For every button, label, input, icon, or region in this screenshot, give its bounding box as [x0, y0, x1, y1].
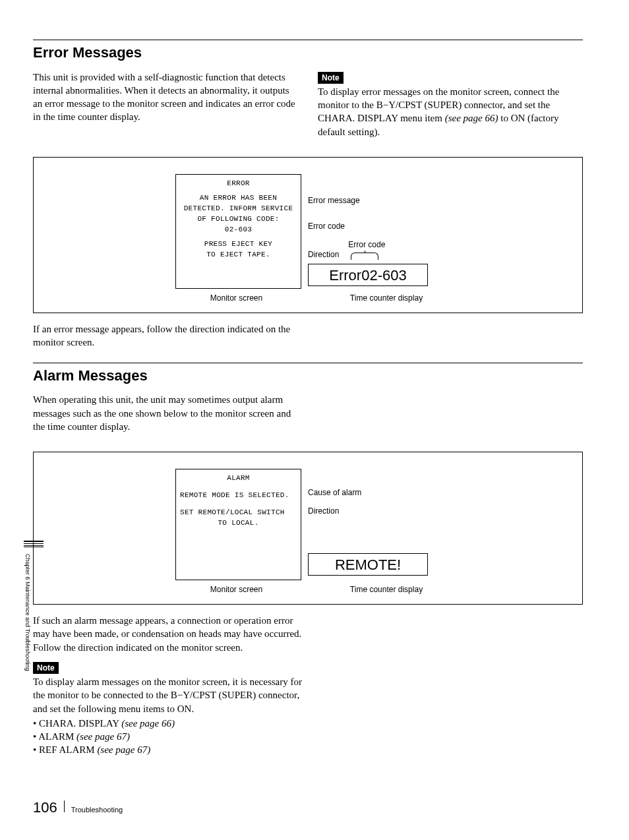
error-counter-display: Error02-603 [308, 264, 428, 286]
alarm-figure: ALARM REMOTE MODE IS SELECTED. SET REMOT… [33, 452, 583, 605]
note-badge: Note [318, 72, 344, 84]
annot-cause: Cause of alarm [308, 487, 543, 498]
alarm-messages-heading: Alarm Messages [33, 363, 583, 386]
alarm-outro-text: If such an alarm message appears, a conn… [33, 614, 308, 654]
side-chapter-text: Chapter 6 Maintenance and Troubleshootin… [24, 554, 32, 671]
bullet-chara-display: CHARA. DISPLAY (see page 66) [33, 717, 308, 730]
label-time-counter-2: Time counter display [327, 584, 446, 595]
label-time-counter: Time counter display [327, 293, 446, 303]
alarm-counter-display: REMOTE! [308, 553, 428, 576]
label-monitor-screen: Monitor screen [175, 293, 297, 303]
alarm-intro-text: When operating this unit, the unit may s… [33, 393, 298, 433]
annot-direction: Direction [308, 249, 339, 260]
error-figure: ERROR AN ERROR HAS BEEN DETECTED. INFORM… [33, 157, 583, 313]
brace-icon [351, 253, 378, 260]
alarm-annotations: Cause of alarm Direction REMOTE! [301, 469, 543, 580]
error-note-text: To display error messages on the monitor… [318, 85, 583, 138]
error-intro-text: This unit is provided with a self-diagno… [33, 71, 298, 124]
error-messages-heading: Error Messages [33, 40, 583, 63]
annot-alarm-direction: Direction [308, 506, 543, 516]
bullet-alarm: ALARM (see page 67) [33, 730, 308, 743]
bullet-ref-alarm: REF ALARM (see page 67) [33, 743, 308, 756]
annot-error-code: Error code [308, 221, 543, 231]
error-outro-text: If an error message appears, follow the … [33, 322, 297, 349]
label-monitor-screen-2: Monitor screen [175, 584, 297, 595]
side-tab: Chapter 6 Maintenance and Troubleshootin… [24, 541, 32, 574]
annot-error-message: Error message [308, 195, 543, 206]
alarm-monitor-screen: ALARM REMOTE MODE IS SELECTED. SET REMOT… [175, 469, 301, 580]
error-annotations: Error message Error code Direction Error… [301, 174, 543, 289]
note-badge-2: Note [33, 662, 59, 674]
alarm-note-text: To display alarm messages on the monitor… [33, 675, 308, 715]
annot-error-code2: Error code [348, 240, 385, 249]
alarm-note-bullets: CHARA. DISPLAY (see page 66) ALARM (see … [33, 717, 308, 757]
error-monitor-screen: ERROR AN ERROR HAS BEEN DETECTED. INFORM… [175, 174, 301, 289]
